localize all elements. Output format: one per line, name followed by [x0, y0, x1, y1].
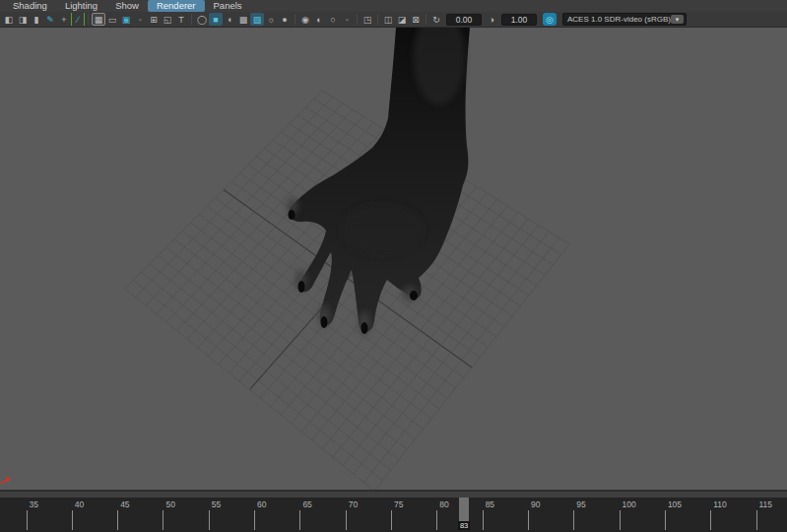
pan-zoom-icon[interactable]: +	[57, 13, 71, 26]
timeline-tick	[483, 510, 484, 530]
timeline-frame-label: 100	[623, 499, 636, 509]
smooth-shaded-icon[interactable]: ■	[209, 13, 223, 26]
motion-blur-icon[interactable]: ◐	[312, 13, 326, 26]
timeline-tick	[710, 510, 711, 530]
timeline-tick	[299, 510, 300, 530]
isolate-select-icon[interactable]: ◳	[361, 13, 374, 26]
ground-grid	[125, 91, 569, 490]
hand-model	[287, 28, 470, 335]
x-axis-gizmo-icon	[0, 477, 11, 485]
timeline-tick	[391, 510, 392, 530]
timeline-tick	[756, 510, 757, 530]
textured-icon[interactable]: ▩	[236, 13, 250, 26]
timeline-tick	[620, 510, 621, 530]
menu-item-panels[interactable]: Panels	[205, 0, 251, 12]
film-gate-icon[interactable]: ▭	[105, 13, 119, 26]
safe-title-icon[interactable]: T	[174, 13, 188, 26]
use-all-lights-icon[interactable]: ☼	[264, 13, 278, 26]
shadows-icon[interactable]: ●	[278, 13, 292, 26]
depth-of-field-icon[interactable]: ▪	[340, 13, 354, 26]
ambient-occlusion-icon[interactable]: ◉	[298, 13, 312, 26]
resolution-gate-icon[interactable]: ▣	[119, 13, 133, 26]
toolbar-divider	[295, 14, 295, 25]
view-transform-value: ACES 1.0 SDR-video (sRGB)	[567, 15, 671, 24]
image-plane-icon[interactable]: ∕	[71, 13, 85, 26]
timeline-frame-label: 40	[75, 499, 84, 509]
safe-action-icon[interactable]: ◱	[161, 13, 174, 26]
timeline-tick	[665, 510, 666, 530]
gate-mask-icon[interactable]: ▪	[133, 13, 147, 26]
lock-camera-icon[interactable]: ◨	[16, 13, 30, 26]
exposure-field[interactable]: 0.00	[446, 14, 482, 26]
field-chart-icon[interactable]: ⊞	[147, 13, 161, 26]
toolbar-divider	[377, 14, 378, 25]
clear-view-icon[interactable]: ⊠	[409, 13, 423, 26]
timeline-frame-label: 65	[302, 499, 311, 509]
flat-shaded-icon[interactable]: ◖	[223, 13, 236, 26]
gamma-field[interactable]: 1.00	[501, 14, 537, 26]
wireframe-icon[interactable]: ◯	[195, 13, 209, 26]
xray-icon[interactable]: ▨	[250, 13, 264, 26]
timeline-frame-label: 75	[394, 499, 403, 509]
toolbar-divider	[88, 14, 89, 25]
timeline-tick	[117, 510, 118, 530]
panel-menu-bar: ShadingLightingShowRendererPanels	[0, 0, 787, 12]
toolbar-divider	[426, 14, 426, 25]
toolbar-icon-group: ◧◨▮✎+∕▦▭▣▪⊞◱T◯■◖▩▨☼●◉◐○▪◳◫◪⊠↻	[2, 13, 443, 26]
timeline-tick	[209, 510, 210, 530]
timeline-frame-label: 45	[120, 499, 129, 509]
timeline-frame-label: 60	[257, 499, 266, 509]
timeline-tick	[72, 510, 73, 530]
toolbar-divider	[191, 14, 192, 25]
current-frame-label: 83	[458, 521, 470, 530]
timeline-frame-label: 95	[576, 499, 585, 509]
chevron-down-icon[interactable]: ▼	[671, 15, 684, 24]
grease-pencil-icon[interactable]: ✎	[43, 13, 57, 26]
timeline-frame-label: 110	[713, 499, 727, 509]
menu-item-lighting[interactable]: Lighting	[56, 0, 106, 12]
menu-item-shading[interactable]: Shading	[4, 0, 56, 12]
timeline-frame-label: 105	[668, 499, 682, 509]
timeline-frame-label: 85	[486, 499, 494, 509]
timeline-frame-label: 55	[212, 499, 221, 509]
timeline-frame-label: 80	[439, 499, 448, 509]
timeline-frame-label: 90	[531, 499, 540, 509]
timeline-frame-label: 50	[165, 499, 174, 509]
anti-aliasing-icon[interactable]: ○	[326, 13, 340, 26]
viewport-3d[interactable]	[0, 28, 787, 490]
maya-viewport-panel: ShadingLightingShowRendererPanels ◧◨▮✎+∕…	[0, 0, 787, 532]
timeline-tick	[346, 510, 347, 530]
scene-canvas	[0, 28, 787, 490]
timeline-tick	[27, 510, 28, 530]
toolbar-divider	[357, 14, 358, 25]
menu-item-show[interactable]: Show	[106, 0, 148, 12]
paste-view-icon[interactable]: ◪	[395, 13, 409, 26]
grid-toggle-icon[interactable]: ▦	[92, 13, 105, 26]
view-transform-dropdown[interactable]: ACES 1.0 SDR-video (sRGB) ▼	[562, 13, 687, 26]
timeline-frame-label: 35	[30, 499, 38, 509]
viewport-toolbar: ◧◨▮✎+∕▦▭▣▪⊞◱T◯■◖▩▨☼●◉◐○▪◳◫◪⊠↻ 0.00 ◑ 1.0…	[0, 12, 787, 28]
panel-bottom-border	[0, 490, 787, 498]
copy-view-icon[interactable]: ◫	[381, 13, 395, 26]
timeline-tick	[163, 510, 164, 530]
camera-bookmark-icon[interactable]: ▮	[30, 13, 43, 26]
timeline-tick	[573, 510, 574, 530]
timeline-tick	[436, 510, 437, 530]
exposure-icon[interactable]: ↻	[429, 13, 443, 26]
timeline-tick	[254, 510, 255, 530]
time-slider[interactable]: 3540455055606570758085909510010511011583	[0, 498, 787, 532]
timeline-frame-label: 115	[759, 499, 773, 509]
timeline-frame-label: 70	[349, 499, 358, 509]
timeline-tick	[528, 510, 529, 530]
menu-item-renderer[interactable]: Renderer	[148, 0, 205, 12]
select-camera-icon[interactable]: ◧	[2, 13, 16, 26]
color-management-toggle[interactable]: ◎	[543, 13, 557, 26]
gamma-icon[interactable]: ◑	[485, 13, 498, 26]
